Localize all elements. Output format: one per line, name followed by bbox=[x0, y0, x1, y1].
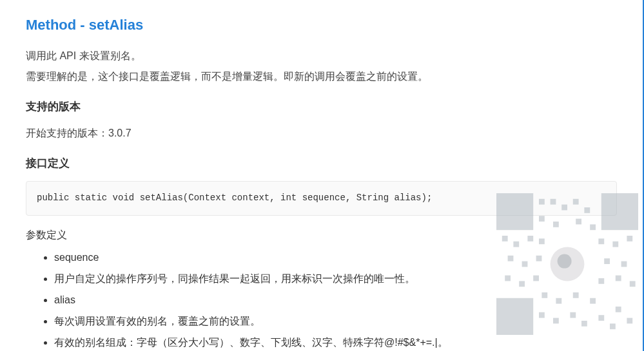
svg-rect-26 bbox=[621, 261, 627, 267]
svg-rect-14 bbox=[590, 224, 596, 230]
svg-rect-13 bbox=[576, 219, 581, 225]
svg-rect-25 bbox=[604, 258, 610, 264]
version-heading: 支持的版本 bbox=[26, 98, 617, 117]
svg-rect-12 bbox=[553, 222, 559, 227]
list-item: 有效的别名组成：字母（区分大小写）、数字、下划线、汉字、特殊字符@!#$&*+=… bbox=[54, 334, 617, 351]
svg-rect-5 bbox=[509, 311, 521, 323]
svg-rect-39 bbox=[570, 312, 576, 318]
svg-rect-20 bbox=[612, 242, 618, 247]
svg-rect-32 bbox=[630, 281, 636, 287]
svg-rect-42 bbox=[616, 307, 621, 312]
svg-rect-41 bbox=[598, 315, 604, 321]
svg-rect-31 bbox=[616, 276, 621, 281]
svg-rect-37 bbox=[539, 312, 545, 318]
svg-rect-34 bbox=[556, 298, 561, 304]
svg-rect-21 bbox=[627, 236, 632, 242]
svg-rect-16 bbox=[513, 242, 519, 247]
svg-rect-24 bbox=[536, 256, 542, 261]
svg-rect-22 bbox=[508, 256, 514, 261]
svg-rect-35 bbox=[573, 292, 579, 298]
svg-rect-11 bbox=[539, 216, 545, 222]
svg-point-46 bbox=[558, 254, 572, 269]
svg-rect-40 bbox=[581, 321, 587, 327]
svg-rect-43 bbox=[627, 318, 632, 324]
intro-line-1: 调用此 API 来设置别名。 bbox=[26, 47, 617, 64]
svg-rect-44 bbox=[610, 323, 616, 329]
svg-rect-9 bbox=[573, 199, 579, 205]
svg-rect-38 bbox=[553, 318, 559, 324]
qr-code-image bbox=[496, 193, 638, 335]
intro-line-2: 需要理解的是，这个接口是覆盖逻辑，而不是增量逻辑。即新的调用会覆盖之前的设置。 bbox=[26, 68, 617, 85]
svg-rect-3 bbox=[614, 206, 626, 218]
svg-rect-19 bbox=[598, 238, 604, 244]
svg-rect-17 bbox=[527, 236, 533, 242]
svg-rect-18 bbox=[539, 238, 545, 244]
svg-rect-23 bbox=[522, 261, 528, 267]
svg-rect-7 bbox=[551, 199, 556, 205]
svg-rect-8 bbox=[561, 205, 567, 211]
svg-rect-33 bbox=[542, 292, 547, 298]
version-text: 开始支持的版本：3.0.7 bbox=[26, 124, 617, 142]
svg-rect-28 bbox=[519, 281, 525, 287]
method-title: Method - setAlias bbox=[26, 13, 617, 37]
interface-heading: 接口定义 bbox=[26, 155, 617, 173]
svg-rect-36 bbox=[590, 298, 596, 304]
svg-rect-10 bbox=[584, 207, 590, 213]
svg-rect-29 bbox=[533, 276, 539, 281]
svg-rect-30 bbox=[598, 278, 604, 284]
svg-rect-1 bbox=[509, 206, 521, 218]
svg-rect-15 bbox=[502, 236, 508, 242]
svg-rect-6 bbox=[539, 199, 545, 205]
svg-rect-27 bbox=[505, 276, 511, 281]
